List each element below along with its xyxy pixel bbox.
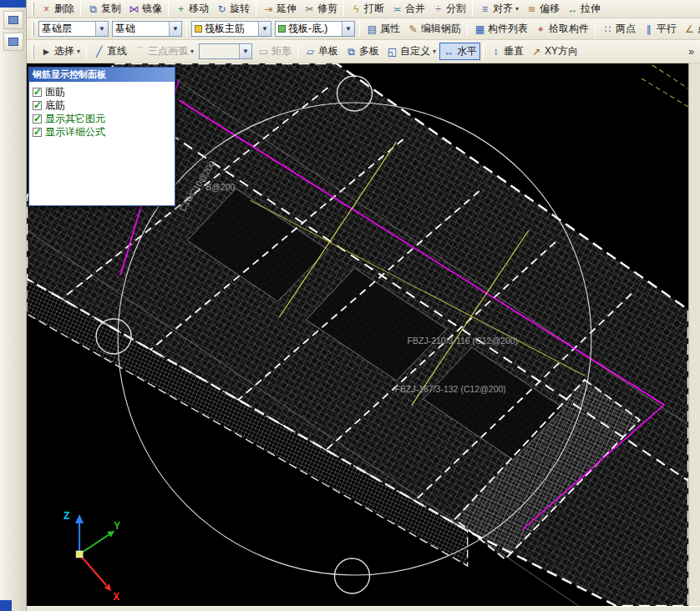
checkbox-checked-icon[interactable] — [33, 101, 42, 110]
checkbox-checked-icon[interactable] — [33, 114, 42, 124]
checkbox-row-show-detailed-formula[interactable]: 显示详细公式 — [31, 125, 173, 139]
checkbox-row-top-rebar[interactable]: 面筋 — [31, 85, 173, 98]
y-axis-label: Y — [114, 520, 120, 532]
offset-icon: ≋ — [525, 4, 538, 14]
application-window: ×删除 ⧉复制 ⋈镜像 +移动 ↻旋转 ⇥延伸 ✂修剪 ϟ打断 ≍合并 ÷分割 … — [0, 0, 700, 611]
left-tool-button-1[interactable] — [3, 11, 23, 29]
checkbox-row-show-other-elements[interactable]: 显示其它图元 — [31, 112, 173, 125]
single-slab-button[interactable]: ▱单板 — [301, 43, 342, 60]
left-tool-strip — [0, 0, 27, 611]
move-icon: + — [175, 4, 187, 14]
checkbox-label: 面筋 — [45, 85, 65, 99]
vertical-button[interactable]: ↕垂直 — [486, 43, 527, 60]
left-tool-button-2[interactable] — [3, 33, 23, 51]
separator — [467, 22, 468, 37]
ucs-axis-icon: Z Y X — [63, 510, 120, 603]
checkbox-checked-icon[interactable] — [33, 128, 42, 137]
separator — [472, 2, 473, 17]
button-label: 构件列表 — [488, 22, 528, 36]
button-label: 单板 — [318, 44, 338, 58]
rebar-layer-icon — [278, 25, 286, 33]
copy-button[interactable]: ⧉复制 — [84, 0, 124, 18]
toolbar-grip[interactable] — [32, 45, 34, 58]
separator — [595, 22, 596, 37]
draw-option-combo[interactable]: ▼ — [199, 43, 252, 59]
toolbar-grip[interactable] — [32, 3, 34, 16]
line-button[interactable]: ╱直线 — [89, 43, 130, 60]
rectangle-button[interactable]: ▭矩形 — [254, 43, 295, 60]
checkbox-row-bottom-rebar[interactable]: 底筋 — [31, 98, 173, 112]
merge-button[interactable]: ≍合并 — [388, 0, 429, 18]
pick-component-button[interactable]: ⌖拾取构件 — [531, 20, 592, 38]
status-bar — [27, 606, 700, 611]
toolbar-grip[interactable] — [32, 23, 34, 36]
vertical-icon: ↕ — [489, 47, 502, 57]
toolbar-overflow-icon[interactable]: » — [685, 46, 697, 58]
rotate-icon: ↻ — [216, 4, 228, 14]
button-label: 打断 — [364, 2, 384, 16]
line-icon: ╱ — [93, 47, 105, 57]
panel-titlebar[interactable]: 钢筋显示控制面板 — [29, 68, 175, 82]
button-label: 平行 — [657, 22, 677, 36]
button-label: 两点 — [616, 22, 636, 36]
delete-button[interactable]: ×删除 — [37, 0, 78, 18]
button-label: 垂直 — [504, 44, 524, 58]
floor-combo[interactable]: 基础层▼ — [38, 21, 109, 37]
viewport: C16/C10@200 B@200 FBZJ-210/3-116 (C12@20… — [27, 63, 688, 606]
point-angle-icon: ∠ — [683, 24, 696, 34]
mirror-button[interactable]: ⋈镜像 — [124, 0, 165, 18]
button-label: 水平 — [457, 44, 477, 58]
button-label: 拾取构件 — [549, 22, 589, 36]
rebar-layer-combo[interactable]: 筏板-底,)▼ — [275, 21, 355, 37]
element-type-combo[interactable]: 基础▼ — [112, 21, 182, 37]
select-button[interactable]: ►选择 — [37, 43, 84, 60]
combo-value: 基础 — [113, 22, 138, 36]
ucs-origin-box — [76, 551, 83, 558]
chevron-down-icon[interactable]: ▼ — [95, 22, 108, 36]
xy-direction-button[interactable]: ↗XY方向 — [527, 43, 581, 60]
two-points-button[interactable]: ∷两点 — [598, 20, 639, 38]
chevron-down-icon[interactable]: ▼ — [239, 44, 251, 58]
edit-rebar-button[interactable]: ✎编辑钢筋 — [403, 20, 464, 38]
trim-button[interactable]: ✂修剪 — [300, 0, 341, 18]
parallel-button[interactable]: ∥平行 — [639, 20, 680, 38]
multi-slab-button[interactable]: ⧉多板 — [342, 43, 383, 60]
context-toolbar: 基础层▼ 基础▼ 筏板主筋▼ 筏板-底,)▼ ▤属性 ✎编辑钢筋 ▦构件列表 ⌖… — [27, 18, 700, 40]
point-angle-button[interactable]: ∠点角 — [680, 20, 700, 38]
offset-button[interactable]: ≋偏移 — [522, 0, 563, 18]
corner-dashed-line-1 — [642, 78, 688, 107]
chevron-down-icon[interactable]: ▼ — [258, 22, 271, 36]
panel-title: 钢筋显示控制面板 — [33, 68, 106, 81]
rebar-display-panel[interactable]: 钢筋显示控制面板 面筋 底筋 显示其它图元 显示详细公式 — [28, 67, 175, 206]
split-button[interactable]: ÷分割 — [429, 0, 469, 18]
button-label: 选择 — [54, 44, 74, 58]
tool-icon — [8, 16, 18, 24]
custom-button[interactable]: ◱自定义 — [383, 43, 439, 60]
stretch-button[interactable]: ↔拉伸 — [563, 0, 604, 18]
combo-value: 筏板主筋 — [202, 22, 247, 36]
button-label: 对齐 — [493, 2, 513, 16]
break-button[interactable]: ϟ打断 — [347, 0, 388, 18]
edit-rebar-icon: ✎ — [407, 24, 419, 34]
checkbox-checked-icon[interactable] — [33, 88, 42, 97]
properties-button[interactable]: ▤属性 — [363, 20, 403, 38]
chevron-down-icon[interactable]: ▼ — [342, 22, 354, 36]
button-label: 旋转 — [230, 2, 250, 16]
separator — [297, 44, 298, 59]
two-points-icon: ∷ — [601, 24, 614, 34]
rebar-type-combo[interactable]: 筏板主筋▼ — [191, 21, 271, 37]
three-point-arc-button[interactable]: ⌒三点画弧 — [130, 43, 197, 60]
separator — [86, 44, 87, 59]
button-label: XY方向 — [545, 44, 578, 58]
extend-button[interactable]: ⇥延伸 — [259, 0, 300, 18]
horizontal-button[interactable]: ↔水平 — [439, 43, 480, 60]
separator — [359, 22, 360, 37]
component-list-button[interactable]: ▦构件列表 — [470, 20, 531, 38]
rebar-label: B@200 — [205, 182, 235, 192]
merge-icon: ≍ — [391, 4, 403, 14]
move-button[interactable]: +移动 — [171, 0, 212, 18]
chevron-down-icon[interactable]: ▼ — [169, 22, 181, 36]
align-button[interactable]: ≡对齐 — [475, 0, 522, 18]
tool-icon — [8, 38, 18, 46]
rotate-button[interactable]: ↻旋转 — [212, 0, 253, 18]
